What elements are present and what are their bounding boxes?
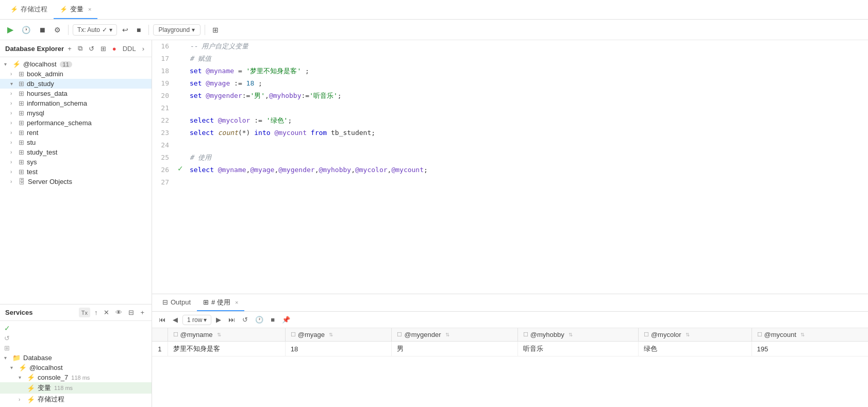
th-mycolor[interactable]: ☐ @mycolor ⇅ (638, 328, 752, 342)
undo-button[interactable]: ↩ (119, 24, 131, 36)
svc-localhost-icon: ⚡ (19, 364, 27, 371)
tree-item-server-objects[interactable]: › 🗄 Server Objects (0, 177, 152, 186)
expand-button[interactable]: › (140, 43, 146, 54)
tree-item-book-admin[interactable]: › ⊞ book_admin (0, 69, 152, 79)
th-myname-sort: ⇅ (217, 332, 221, 337)
code-line-22: 22 select @mycolor := '绿色'; (152, 114, 868, 127)
svc-split-btn[interactable]: ⊟ (126, 308, 136, 317)
line-content-16: -- 用户自定义变量 (186, 41, 248, 52)
add-db-button[interactable]: + (65, 43, 74, 54)
svc-add-btn[interactable]: + (138, 308, 146, 317)
th-myhobby[interactable]: ☐ @myhobby ⇅ (518, 328, 638, 342)
tree-item-perf-schema[interactable]: › ⊞ performance_schema (0, 118, 152, 128)
tree-item-test[interactable]: › ⊞ test (0, 167, 152, 177)
svc-check-item: ✓ (0, 323, 152, 333)
server-objects-label: Server Objects (28, 178, 72, 185)
services-panel: Services Tx ↑ ✕ 👁 ⊟ + ✓ ↺ (0, 304, 152, 407)
stu-label: stu (27, 139, 36, 146)
tree-item-mysql[interactable]: › ⊞ mysql (0, 108, 152, 118)
tree-item-stu[interactable]: › ⊞ stu (0, 138, 152, 147)
line-check-26: ✓ (177, 164, 183, 173)
rows-label: 1 row (187, 316, 202, 324)
svc-up-btn[interactable]: ↑ (92, 308, 100, 317)
output-tab-output-icon: ⊟ (162, 298, 168, 306)
svc-tx-btn[interactable]: Tx (79, 308, 90, 317)
output-tab-use[interactable]: ⊞ # 使用 × (197, 294, 244, 311)
pin-button[interactable]: 📌 (279, 314, 293, 325)
grid-button[interactable]: ⊞ (209, 24, 222, 36)
info-schema-label: information_schema (27, 99, 87, 107)
line-content-18: set @myname = '梦里不知身是客' ; (186, 65, 309, 77)
line-content-17: # 赋值 (186, 53, 211, 64)
code-line-21: 21 (152, 102, 868, 114)
first-page-button[interactable]: ⏮ (156, 314, 168, 325)
tab-variables[interactable]: ⚡ 变量 × (54, 0, 97, 19)
tree-item-study-test[interactable]: › ⊞ study_test (0, 147, 152, 157)
svc-db-item[interactable]: ▾ 📁 Database (0, 353, 152, 363)
svc-grid-icon: ⊞ (4, 344, 10, 352)
duplicate-button[interactable]: ⧉ (76, 43, 85, 54)
sep-1 (68, 25, 69, 35)
schema-button[interactable]: ● (110, 43, 119, 54)
tx-selector[interactable]: Tx: Auto ✓ ▾ (73, 24, 117, 36)
tree-item-rent[interactable]: › ⊞ rent (0, 128, 152, 138)
line-content-23: select count(*) into @mycount from tb_st… (186, 127, 375, 139)
svc-console-item[interactable]: ▾ ⚡ console_7 118 ms (0, 372, 152, 382)
output-tab-output[interactable]: ⊟ Output (156, 294, 197, 311)
result-table: ☐ @myname ⇅ ☐ @myage ⇅ (152, 328, 868, 357)
line-num-20: 20 (152, 90, 175, 101)
refresh-results-button[interactable]: ↺ (240, 314, 251, 325)
code-line-19: 19 set @myage := 18 ; (152, 77, 868, 90)
svc-variables-item[interactable]: ⚡ 变量 118 ms (0, 382, 152, 394)
filter-button[interactable]: ⊞ (98, 43, 108, 54)
ddl-button[interactable]: DDL (121, 43, 138, 54)
refresh-button[interactable]: ↺ (87, 43, 96, 54)
output-panel: ⊟ Output ⊞ # 使用 × ⏮ ◀ 1 row ▾ ▶ ⏭ (152, 294, 868, 407)
code-editor[interactable]: 16 -- 用户自定义变量 17 # 赋值 18 set @myname = '… (152, 40, 868, 294)
svc-eye-btn[interactable]: 👁 (113, 308, 124, 317)
th-myname[interactable]: ☐ @myname ⇅ (168, 328, 285, 342)
svc-stored-proc-chevron: › (19, 397, 25, 402)
sep-2 (148, 25, 149, 35)
tree-item-info-schema[interactable]: › ⊞ information_schema (0, 98, 152, 108)
th-myhobby-sort: ⇅ (569, 332, 573, 337)
time-button[interactable]: 🕐 (253, 314, 266, 325)
svc-console-icon: ⚡ (27, 374, 35, 381)
book-admin-chevron: › (10, 71, 16, 77)
tab-variables-close[interactable]: × (88, 6, 91, 12)
last-page-button[interactable]: ⏭ (226, 314, 238, 325)
test-label: test (27, 168, 38, 176)
th-myage[interactable]: ☐ @myage ⇅ (285, 328, 392, 342)
tree-item-hourses[interactable]: › ⊞ hourses_data (0, 89, 152, 98)
run-button[interactable]: ▶ (4, 23, 16, 37)
tree-item-db-study[interactable]: ▾ ⊞ db_study (0, 79, 152, 89)
output-toolbar: ⏮ ◀ 1 row ▾ ▶ ⏭ ↺ 🕐 ■ 📌 (152, 312, 868, 328)
svc-db-label: Database (23, 354, 52, 362)
code-line-18: 18 set @myname = '梦里不知身是客' ; (152, 65, 868, 77)
th-mycount[interactable]: ☐ @mycount ⇅ (752, 328, 868, 342)
line-num-21: 21 (152, 103, 175, 114)
mysql-chevron: › (10, 110, 16, 116)
svc-down-btn[interactable]: ✕ (102, 308, 111, 317)
history-button[interactable]: 🕐 (19, 24, 34, 36)
tab-stored-proc[interactable]: ⚡ 存储过程 (4, 0, 54, 19)
svc-stored-proc-item[interactable]: › ⚡ 存储过程 (0, 394, 152, 405)
tree-item-localhost[interactable]: ▾ ⚡ @localhost 11 (0, 59, 152, 69)
table-row[interactable]: 1 梦里不知身是客 18 男 听音乐 绿色 195 (152, 342, 868, 357)
th-mycount-sort: ⇅ (800, 332, 805, 337)
stop-results-button[interactable]: ■ (268, 314, 277, 325)
code-line-27: 27 (152, 176, 868, 189)
square-button[interactable]: ■ (133, 24, 144, 36)
svc-localhost-item[interactable]: ▾ ⚡ @localhost (0, 363, 152, 372)
th-mygender[interactable]: ☐ @mygender ⇅ (392, 328, 518, 342)
line-num-16: 16 (152, 41, 175, 52)
settings-button[interactable]: ⚙ (51, 24, 64, 36)
prev-page-button[interactable]: ◀ (170, 314, 180, 325)
next-page-button[interactable]: ▶ (213, 314, 224, 325)
code-line-17: 17 # 赋值 (152, 53, 868, 65)
tree-item-sys[interactable]: › ⊞ sys (0, 157, 152, 167)
playground-button[interactable]: Playground ▾ (153, 24, 201, 36)
output-tab-use-close[interactable]: × (235, 299, 238, 306)
rows-selector[interactable]: 1 row ▾ (182, 315, 211, 325)
stop-button[interactable]: ⏹ (36, 24, 49, 36)
